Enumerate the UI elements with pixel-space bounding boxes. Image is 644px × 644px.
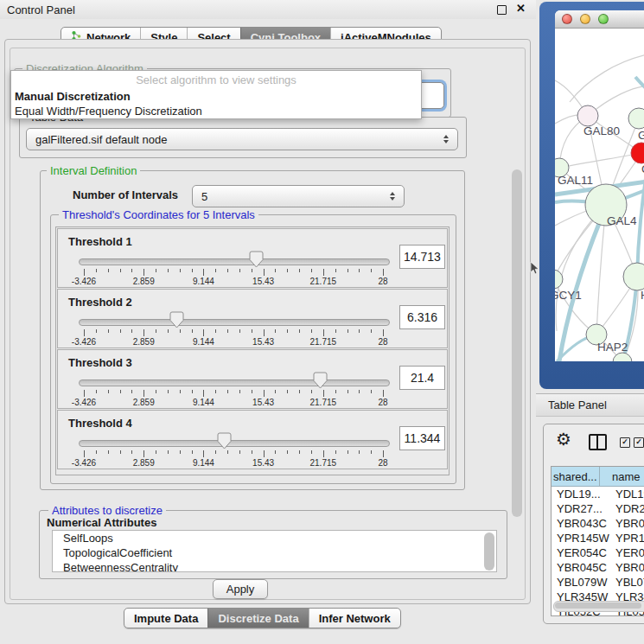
table-panel-body: ⚙ ✓ ✓ shared... name YDL19...YDL19YDR27.… (543, 424, 644, 624)
label-h: H (641, 289, 644, 302)
gear-icon[interactable]: ⚙ (556, 429, 571, 450)
interval-definition-label: Interval Definition (47, 164, 140, 177)
column-layout-icon[interactable] (589, 434, 607, 450)
table-panel-header: Table Panel (536, 393, 644, 417)
table-rows: YDL19...YDL19YDR27...YDR27YBR043CYBR043C… (552, 487, 644, 616)
horizontal-scrollbar-thumb[interactable] (555, 603, 641, 609)
slider-track[interactable] (79, 379, 390, 386)
network-window-frame: GAL80 GA C GAL11 GAL4 GCY1 H HAP2 (539, 2, 644, 389)
vertical-scrollbar[interactable] (512, 169, 522, 517)
column-header-shared[interactable]: shared... (552, 467, 600, 486)
slider-track[interactable] (79, 319, 390, 326)
label-hap2: HAP2 (597, 341, 628, 354)
network-canvas[interactable]: GAL80 GA C GAL11 GAL4 GCY1 H HAP2 (555, 29, 644, 361)
close-icon[interactable]: ✕ (516, 2, 526, 15)
slider-tick-labels: -3.4262.8599.14415.4321.71528 (84, 337, 383, 348)
slider-ticks (84, 329, 383, 337)
threshold-rows-container: Threshold 1-3.4262.8599.14415.4321.71528… (55, 226, 450, 475)
slider-ticks (84, 269, 383, 277)
attribute-list-item[interactable]: TopologicalCoefficient (53, 545, 496, 560)
tab-impute-data[interactable]: Impute Data (124, 609, 207, 628)
threshold-row: Threshold 1-3.4262.8599.14415.4321.71528… (57, 228, 448, 288)
attribute-list-item[interactable]: BetweennessCentrality (53, 560, 496, 572)
table-row[interactable]: YBR045CYBR045C (552, 560, 644, 575)
table-row[interactable]: YDL19...YDL19 (552, 487, 644, 501)
slider-thumb[interactable] (249, 251, 264, 268)
node-ga (628, 108, 644, 129)
thresholds-group-label: Threshold's Coordinates for 5 Intervals (59, 208, 258, 221)
number-of-intervals-value: 5 (201, 190, 207, 203)
popup-option-equal-width[interactable]: Equal Width/Frequency Discretization (11, 104, 421, 118)
threshold-row: Threshold 3-3.4262.8599.14415.4321.71528… (57, 349, 448, 409)
app-window: Control Panel ✕ Network Style Select Cyn… (0, 0, 644, 644)
popup-option-manual[interactable]: Manual Discretization (11, 89, 421, 104)
close-traffic-light-icon[interactable] (562, 14, 572, 24)
node-h (623, 263, 644, 290)
threshold-label: Threshold 1 (68, 235, 132, 248)
network-view-window: GAL80 GA C GAL11 GAL4 GCY1 H HAP2 (555, 10, 644, 361)
slider-ticks (84, 390, 383, 398)
combo-arrows-icon (443, 135, 449, 143)
checkbox-icon[interactable]: ✓ (634, 437, 644, 448)
node-gal80 (577, 105, 598, 126)
float-window-icon[interactable] (497, 5, 507, 15)
apply-button[interactable]: Apply (213, 579, 268, 599)
threshold-value-field[interactable]: 21.4 (399, 366, 445, 390)
bottom-tab-bar: Impute Data Discretize Data Infer Networ… (124, 608, 401, 628)
column-header-name[interactable]: name (600, 467, 644, 486)
number-of-intervals-combobox[interactable]: 5 (192, 185, 405, 207)
tab-infer-network[interactable]: Infer Network (309, 609, 400, 628)
minimize-traffic-light-icon[interactable] (580, 14, 590, 24)
algorithm-popup: Select algorithm to view settings Manual… (10, 70, 422, 119)
slider-tick-labels: -3.4262.8599.14415.4321.71528 (84, 458, 383, 469)
slider-track[interactable] (79, 258, 390, 265)
table-row[interactable]: YPR145WYPR145W (552, 531, 644, 545)
number-of-intervals-label: Number of Intervals (73, 188, 178, 201)
slider-thumb[interactable] (169, 311, 184, 328)
checkbox-icon[interactable]: ✓ (620, 437, 630, 448)
table-data-value: galFiltered.sif default node (35, 133, 167, 146)
table-row[interactable]: YER054CYER054C (552, 545, 644, 560)
threshold-value-field[interactable]: 11.344 (399, 426, 445, 450)
table-panel-title: Table Panel (548, 399, 607, 411)
slider-thumb[interactable] (313, 372, 328, 389)
network-window-region: GAL80 GA C GAL11 GAL4 GCY1 H HAP2 (536, 0, 644, 393)
combo-arrows-icon (390, 192, 395, 201)
table-row[interactable]: YBR043CYBR043C (552, 516, 644, 531)
threshold-label: Threshold 4 (68, 417, 132, 430)
table-row[interactable]: YBL079WYBL079W (552, 575, 644, 590)
node-table[interactable]: shared... name YDL19...YDL19YDR27...YDR2… (551, 466, 644, 616)
threshold-label: Threshold 3 (68, 356, 132, 369)
zoom-traffic-light-icon[interactable] (598, 14, 609, 24)
table-row[interactable]: YDR27...YDR27 (552, 501, 644, 516)
slider-tick-labels: -3.4262.8599.14415.4321.71528 (84, 277, 383, 287)
horizontal-scrollbar[interactable] (553, 601, 644, 612)
label-ga: GA (638, 129, 644, 142)
label-gal11: GAL11 (558, 174, 593, 187)
attribute-list-item[interactable]: SelfLoops (53, 531, 496, 545)
slider-tick-labels: -3.4262.8599.14415.4321.71528 (84, 398, 383, 408)
numerical-attributes-list[interactable]: SelfLoopsTopologicalCoefficientBetweenne… (52, 530, 497, 572)
mouse-cursor (530, 262, 539, 275)
panel-title: Control Panel (7, 3, 75, 16)
list-scrollbar[interactable] (484, 532, 494, 571)
control-panel-titlebar: Control Panel ✕ (0, 0, 536, 19)
label-gal4: GAL4 (607, 214, 637, 227)
threshold-row: Threshold 4-3.4262.8599.14415.4321.71528… (57, 410, 448, 469)
node-gcy1 (555, 270, 563, 289)
threshold-value-field[interactable]: 6.316 (399, 305, 445, 329)
threshold-value-field[interactable]: 14.713 (399, 245, 445, 269)
threshold-row: Threshold 2-3.4262.8599.14415.4321.71528… (57, 289, 448, 348)
slider-ticks (84, 450, 383, 458)
slider-thumb[interactable] (217, 432, 232, 450)
threshold-label: Threshold 2 (68, 296, 132, 309)
slider-track[interactable] (79, 440, 390, 447)
table-header-row: shared... name (552, 467, 644, 487)
popup-prompt: Select algorithm to view settings (11, 71, 421, 89)
table-data-combobox[interactable]: galFiltered.sif default node (26, 128, 458, 150)
numerical-attributes-heading: Numerical Attributes (47, 516, 156, 529)
tab-discretize-data[interactable]: Discretize Data (207, 609, 308, 628)
label-gcy1: GCY1 (555, 289, 582, 302)
label-gal80: GAL80 (583, 124, 620, 137)
network-graph: GAL80 GA C GAL11 GAL4 GCY1 H HAP2 (555, 29, 644, 361)
